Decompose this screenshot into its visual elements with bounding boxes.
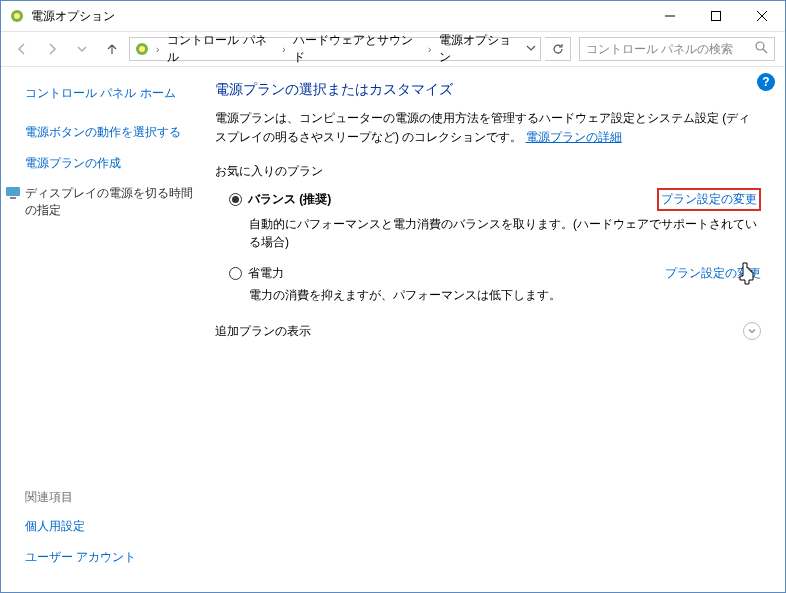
breadcrumb[interactable]: コントロール パネル: [165, 32, 276, 66]
monitor-icon: [5, 185, 21, 201]
chevron-down-icon[interactable]: [743, 322, 761, 340]
close-button[interactable]: [739, 1, 785, 31]
plan-name[interactable]: 省電力: [248, 265, 284, 282]
refresh-button[interactable]: [545, 37, 571, 61]
svg-rect-3: [712, 12, 721, 21]
control-panel-home-link[interactable]: コントロール パネル ホーム: [25, 85, 199, 102]
window-buttons: [647, 1, 785, 31]
back-button[interactable]: [9, 36, 35, 62]
svg-point-1: [14, 13, 20, 19]
svg-rect-11: [10, 197, 16, 199]
content-body: ? コントロール パネル ホーム 電源ボタンの動作を選択する 電源プランの作成 …: [1, 67, 785, 592]
maximize-button[interactable]: [693, 1, 739, 31]
chevron-right-icon[interactable]: ›: [154, 44, 161, 55]
plan-description: 自動的にパフォーマンスと電力消費のバランスを取ります。(ハードウェアでサポートさ…: [249, 215, 761, 251]
address-bar[interactable]: › コントロール パネル › ハードウェアとサウンド › 電源オプション: [129, 37, 541, 61]
sidebar: コントロール パネル ホーム 電源ボタンの動作を選択する 電源プランの作成 ディ…: [1, 67, 211, 592]
page-description: 電源プランは、コンピューターの電源の使用方法を管理するハードウェア設定とシステム…: [215, 109, 761, 147]
help-button[interactable]: ?: [757, 73, 775, 91]
plan-power-saver: 省電力 プラン設定の変更 電力の消費を抑えますが、パフォーマンスは低下します。: [229, 265, 761, 304]
svg-line-9: [763, 49, 767, 53]
plan-details-link[interactable]: 電源プランの詳細: [526, 130, 622, 144]
change-plan-settings-link[interactable]: プラン設定の変更: [665, 265, 761, 282]
page-title: 電源プランの選択またはカスタマイズ: [215, 81, 761, 99]
svg-point-7: [139, 46, 145, 52]
power-options-icon: [134, 41, 150, 57]
favorite-plans-heading: お気に入りのプラン: [215, 163, 761, 180]
plan-balanced-radio[interactable]: [229, 193, 242, 206]
minimize-button[interactable]: [647, 1, 693, 31]
chevron-right-icon[interactable]: ›: [280, 44, 287, 55]
related-personalization-link[interactable]: 個人用設定: [25, 518, 199, 535]
search-box[interactable]: [579, 37, 775, 61]
chevron-right-icon[interactable]: ›: [426, 44, 433, 55]
search-icon[interactable]: [755, 41, 768, 57]
additional-plans-label: 追加プランの表示: [215, 323, 311, 340]
related-user-accounts-link[interactable]: ユーザー アカウント: [25, 549, 199, 566]
window: 電源オプション › コントロール パネル › ハードウェアとサウンド › 電源オ…: [0, 0, 786, 593]
up-button[interactable]: [99, 36, 125, 62]
sidebar-link-create-plan[interactable]: 電源プランの作成: [25, 155, 199, 172]
svg-point-8: [756, 42, 764, 50]
window-title: 電源オプション: [31, 8, 647, 25]
breadcrumb[interactable]: 電源オプション: [437, 32, 522, 66]
svg-rect-10: [6, 187, 20, 196]
plan-description: 電力の消費を抑えますが、パフォーマンスは低下します。: [249, 286, 761, 304]
main-content: 電源プランの選択またはカスタマイズ 電源プランは、コンピューターの電源の使用方法…: [211, 67, 785, 592]
search-input[interactable]: [586, 42, 755, 56]
sidebar-item-label: ディスプレイの電源を切る時間の指定: [25, 186, 193, 217]
breadcrumb[interactable]: ハードウェアとサウンド: [291, 32, 422, 66]
sidebar-link-display-off[interactable]: ディスプレイの電源を切る時間の指定: [25, 185, 199, 219]
change-plan-settings-link[interactable]: プラン設定の変更: [657, 188, 761, 211]
additional-plans-row[interactable]: 追加プランの表示: [215, 322, 761, 340]
plan-power-saver-radio[interactable]: [229, 267, 242, 280]
plan-balanced: バランス (推奨) プラン設定の変更 自動的にパフォーマンスと電力消費のバランス…: [229, 188, 761, 251]
related-heading: 関連項目: [25, 489, 199, 506]
recent-dropdown[interactable]: [69, 36, 95, 62]
titlebar: 電源オプション: [1, 1, 785, 31]
address-dropdown[interactable]: [526, 42, 536, 56]
navbar: › コントロール パネル › ハードウェアとサウンド › 電源オプション: [1, 31, 785, 67]
sidebar-link-power-button[interactable]: 電源ボタンの動作を選択する: [25, 124, 199, 141]
forward-button[interactable]: [39, 36, 65, 62]
plan-name[interactable]: バランス (推奨): [248, 191, 331, 208]
power-options-icon: [9, 8, 25, 24]
